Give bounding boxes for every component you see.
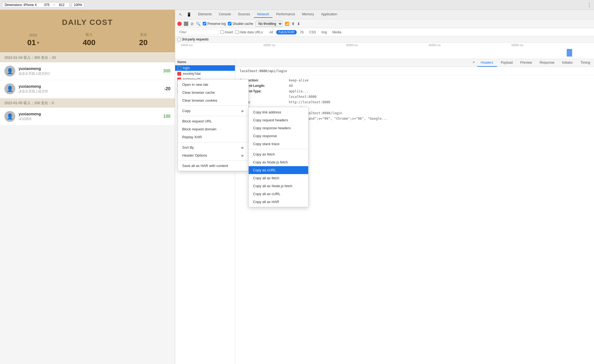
header-val: applica...	[289, 89, 308, 93]
detail-tab-timing[interactable]: Timing	[577, 59, 594, 67]
device-label: Dimensions: iPhone X	[5, 3, 37, 7]
menu-item-save-har[interactable]: Save all as HAR with content	[178, 162, 248, 170]
submenu-copy-stack-trace[interactable]: Copy stack trace	[249, 140, 308, 148]
header-row: Origin: http://localhost:8080	[240, 99, 590, 105]
detail-tab-initiator[interactable]: Initiator	[558, 59, 577, 67]
menu-item-label: Sort By	[182, 145, 194, 149]
submenu-copy-request-headers[interactable]: Copy request headers	[249, 116, 308, 124]
detail-tab-payload[interactable]: Payload	[497, 59, 516, 67]
separator	[178, 116, 248, 116]
disable-cache-checkbox[interactable]: Disable cache	[228, 22, 253, 26]
tx-desc: 试试跳转	[19, 117, 163, 121]
detail-tab-response[interactable]: Response	[536, 59, 558, 67]
width-input[interactable]	[41, 3, 52, 7]
menu-item-label: Block request domain	[182, 127, 216, 131]
invert-option[interactable]: Invert	[220, 30, 233, 34]
top-bar: Dimensions: iPhone X × 100% ⋮	[0, 0, 594, 10]
third-party-checkbox[interactable]	[177, 38, 181, 41]
menu-item-clear-cookies[interactable]: Clear browser cookies	[178, 96, 248, 104]
filter-tag-media[interactable]: Media	[330, 30, 343, 34]
menu-item-block-domain[interactable]: Block request domain	[178, 125, 248, 133]
tab-elements[interactable]: Elements	[195, 11, 215, 18]
detail-tab-headers[interactable]: Headers	[477, 59, 497, 67]
menu-item-replay-xhr[interactable]: Replay XHR	[178, 133, 248, 141]
filter-tag-fetch[interactable]: Fetch/XHR	[276, 30, 297, 34]
height-input[interactable]	[56, 3, 67, 7]
header-row: Content-Type: applica...	[240, 89, 590, 94]
list-item[interactable]: 👤 yuxiaomeng 这是从页面上提交的 -20	[0, 80, 175, 98]
submenu-copy-response-headers[interactable]: Copy response headers	[249, 124, 308, 132]
list-item[interactable]: 👤 yuxiaomeng 这是从页面上提交的2 300	[0, 62, 175, 80]
menu-item-clear-cache[interactable]: Clear browser cache	[178, 89, 248, 96]
filter-tag-img[interactable]: Img	[319, 30, 329, 34]
filter-bar: Invert Hide data URLs All Fetch/XHR JS C…	[175, 28, 594, 36]
submenu-copy-all-as-nodejs-fetch[interactable]: Copy all as Node.js fetch	[249, 182, 308, 190]
tx-info: yuxiaomeng 试试跳转	[19, 112, 163, 121]
preserve-log-checkbox[interactable]: Preserve log	[203, 22, 226, 26]
menu-item-open-new-tab[interactable]: Open in new tab	[178, 81, 248, 89]
tab-performance[interactable]: Performance	[273, 11, 298, 18]
filter-tag-all[interactable]: All	[267, 30, 275, 34]
chevron-down-icon[interactable]: ▾	[37, 40, 39, 45]
record-button[interactable]	[177, 22, 182, 26]
device-icon[interactable]: 📱	[186, 11, 192, 18]
submenu-copy-link[interactable]: Copy link address	[249, 108, 308, 116]
tab-sources[interactable]: Sources	[235, 11, 253, 18]
close-button[interactable]: ×	[471, 59, 477, 67]
tx-name: yuxiaomeng	[19, 66, 163, 71]
menu-item-label: Copy	[182, 109, 190, 113]
filter-icon[interactable]: ⊘	[190, 22, 194, 26]
tab-application[interactable]: Application	[318, 11, 340, 18]
submenu-copy-response[interactable]: Copy response	[249, 132, 308, 140]
throttling-select[interactable]: No throttling	[255, 21, 283, 27]
date-section-2: 2022-01-05 収入：100 支出：0	[0, 98, 175, 108]
filter-tag-css[interactable]: CSS	[307, 30, 318, 34]
stop-button[interactable]	[184, 22, 188, 26]
third-party-label: 3rd-party requests	[182, 37, 208, 41]
tx-info: yuxiaomeng 这是从页面上提交的2	[19, 66, 163, 76]
devtools-nav: ↖ 📱 Elements Console Sources Network Per…	[175, 10, 594, 19]
tab-console[interactable]: Console	[216, 11, 234, 18]
request-list-header: Name	[175, 59, 235, 65]
filter-tag-js[interactable]: JS	[298, 30, 306, 34]
request-checkbox	[177, 72, 181, 76]
submenu-arrow-icon: ▶	[242, 146, 244, 149]
download-icon[interactable]: ⬇	[297, 22, 300, 26]
submenu-copy-all-as-curl[interactable]: Copy all as cURL	[249, 190, 308, 198]
filter-input[interactable]	[177, 30, 218, 35]
submenu-copy-all-as-fetch[interactable]: Copy all as fetch	[249, 174, 308, 182]
request-name: monthly?dat	[183, 72, 201, 76]
menu-item-block-url[interactable]: Block request URL	[178, 117, 248, 125]
detail-tab-preview[interactable]: Preview	[516, 59, 536, 67]
tab-memory[interactable]: Memory	[299, 11, 317, 18]
submenu-copy-as-curl[interactable]: Copy as cURL	[249, 166, 308, 174]
tx-amount: 100	[163, 114, 170, 119]
request-item-monthly1[interactable]: monthly?dat	[175, 71, 235, 77]
detail-url: localhost:8080/api/login	[235, 67, 594, 75]
zoom-selector[interactable]: 100%	[72, 2, 84, 8]
cursor-icon[interactable]: ↖	[177, 11, 184, 18]
upload-icon[interactable]: ⬆	[292, 22, 295, 26]
timeline-label-3: 30000 ms	[346, 44, 429, 47]
list-item[interactable]: 👤 yuxiaomeng 试试跳转 100	[0, 108, 175, 125]
dimension-selector[interactable]: Dimensions: iPhone X ×	[2, 2, 70, 8]
submenu-copy-all-as-har[interactable]: Copy all as HAR	[249, 198, 308, 206]
submenu-copy-as-fetch[interactable]: Copy as fetch	[249, 150, 308, 158]
avatar: 👤	[4, 83, 15, 94]
timeline-label-4: 40000 ms	[429, 44, 511, 47]
request-item-login[interactable]: login	[175, 65, 235, 71]
tab-network[interactable]: Network	[254, 11, 272, 18]
header-row: Content-Length: 49	[240, 83, 590, 89]
app-panel: DAILY COST 2022 01 ▾ 収入 400 支出 20	[0, 10, 175, 364]
more-button[interactable]: ⋮	[587, 2, 592, 8]
tx-info: yuxiaomeng 这是从页面上提交的	[19, 84, 164, 94]
separator	[178, 105, 248, 106]
menu-item-header-options[interactable]: Header Options ▶	[178, 151, 248, 159]
hide-data-urls-option[interactable]: Hide data URLs	[235, 30, 263, 34]
app-stats: 2022 01 ▾ 収入 400 支出 20	[5, 32, 169, 47]
search-icon[interactable]: 🔍	[196, 22, 201, 26]
submenu-arrow-icon: ▶	[242, 154, 244, 157]
menu-item-sort-by[interactable]: Sort By ▶	[178, 143, 248, 151]
submenu-copy-as-nodejs-fetch[interactable]: Copy as Node.js fetch	[249, 158, 308, 166]
menu-item-copy[interactable]: Copy ▶ Copy link address Copy request he…	[178, 107, 248, 115]
